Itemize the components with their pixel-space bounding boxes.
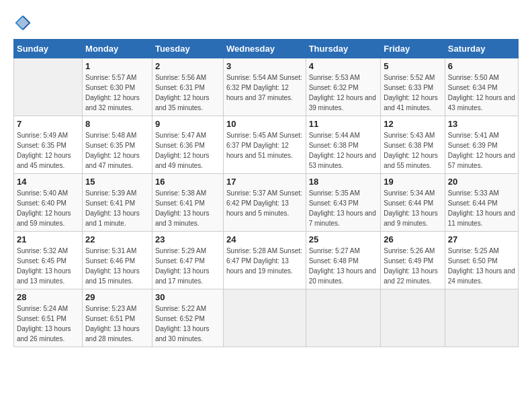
day-number: 22 <box>85 234 149 244</box>
logo-icon <box>13 13 32 32</box>
day-detail: Sunrise: 5:39 AM Sunset: 6:41 PM Dayligh… <box>85 188 149 228</box>
day-cell: 23Sunrise: 5:29 AM Sunset: 6:47 PM Dayli… <box>152 232 223 289</box>
week-row-2: 7Sunrise: 5:49 AM Sunset: 6:35 PM Daylig… <box>14 116 519 174</box>
week-row-4: 21Sunrise: 5:32 AM Sunset: 6:45 PM Dayli… <box>14 232 519 289</box>
calendar-table: SundayMondayTuesdayWednesdayThursdayFrid… <box>13 39 519 347</box>
day-cell: 10Sunrise: 5:45 AM Sunset: 6:37 PM Dayli… <box>223 116 306 174</box>
day-detail: Sunrise: 5:57 AM Sunset: 6:30 PM Dayligh… <box>85 73 149 113</box>
day-number: 17 <box>226 177 303 187</box>
day-cell: 5Sunrise: 5:52 AM Sunset: 6:33 PM Daylig… <box>381 58 445 116</box>
day-cell: 13Sunrise: 5:41 AM Sunset: 6:39 PM Dayli… <box>445 116 518 174</box>
day-detail: Sunrise: 5:31 AM Sunset: 6:46 PM Dayligh… <box>85 246 149 286</box>
calendar-header: SundayMondayTuesdayWednesdayThursdayFrid… <box>14 40 519 58</box>
day-number: 25 <box>309 234 378 244</box>
day-number: 6 <box>448 61 515 71</box>
day-number: 10 <box>226 119 303 129</box>
column-header-wednesday: Wednesday <box>223 40 306 58</box>
day-number: 29 <box>85 292 149 302</box>
day-detail: Sunrise: 5:40 AM Sunset: 6:40 PM Dayligh… <box>17 188 79 228</box>
day-detail: Sunrise: 5:34 AM Sunset: 6:44 PM Dayligh… <box>384 188 442 228</box>
header-row: SundayMondayTuesdayWednesdayThursdayFrid… <box>14 40 519 58</box>
day-number: 23 <box>155 234 220 244</box>
column-header-thursday: Thursday <box>306 40 381 58</box>
day-detail: Sunrise: 5:41 AM Sunset: 6:39 PM Dayligh… <box>448 130 515 171</box>
day-cell: 30Sunrise: 5:22 AM Sunset: 6:52 PM Dayli… <box>152 289 223 347</box>
day-cell: 7Sunrise: 5:49 AM Sunset: 6:35 PM Daylig… <box>14 116 83 174</box>
day-number: 3 <box>226 61 303 71</box>
column-header-sunday: Sunday <box>14 40 83 58</box>
day-detail: Sunrise: 5:50 AM Sunset: 6:34 PM Dayligh… <box>448 73 515 113</box>
column-header-monday: Monday <box>83 40 152 58</box>
day-number: 9 <box>155 119 220 129</box>
day-cell <box>306 289 381 347</box>
day-number: 15 <box>85 177 149 187</box>
logo <box>13 13 35 32</box>
day-detail: Sunrise: 5:54 AM Sunset: 6:32 PM Dayligh… <box>226 73 303 103</box>
day-cell: 26Sunrise: 5:26 AM Sunset: 6:49 PM Dayli… <box>381 232 445 289</box>
day-cell: 12Sunrise: 5:43 AM Sunset: 6:38 PM Dayli… <box>381 116 445 174</box>
day-cell: 27Sunrise: 5:25 AM Sunset: 6:50 PM Dayli… <box>445 232 518 289</box>
day-detail: Sunrise: 5:43 AM Sunset: 6:38 PM Dayligh… <box>384 130 442 171</box>
day-detail: Sunrise: 5:56 AM Sunset: 6:31 PM Dayligh… <box>155 73 220 113</box>
day-detail: Sunrise: 5:33 AM Sunset: 6:44 PM Dayligh… <box>448 188 515 228</box>
day-number: 30 <box>155 292 220 302</box>
day-cell: 24Sunrise: 5:28 AM Sunset: 6:47 PM Dayli… <box>223 232 306 289</box>
day-number: 8 <box>85 119 149 129</box>
day-cell: 3Sunrise: 5:54 AM Sunset: 6:32 PM Daylig… <box>223 58 306 116</box>
day-cell: 28Sunrise: 5:24 AM Sunset: 6:51 PM Dayli… <box>14 289 83 347</box>
day-cell: 20Sunrise: 5:33 AM Sunset: 6:44 PM Dayli… <box>445 174 518 232</box>
day-cell: 8Sunrise: 5:48 AM Sunset: 6:35 PM Daylig… <box>83 116 152 174</box>
day-cell: 9Sunrise: 5:47 AM Sunset: 6:36 PM Daylig… <box>152 116 223 174</box>
day-detail: Sunrise: 5:32 AM Sunset: 6:45 PM Dayligh… <box>17 246 79 286</box>
day-cell: 18Sunrise: 5:35 AM Sunset: 6:43 PM Dayli… <box>306 174 381 232</box>
day-cell: 14Sunrise: 5:40 AM Sunset: 6:40 PM Dayli… <box>14 174 83 232</box>
column-header-saturday: Saturday <box>445 40 518 58</box>
day-number: 28 <box>17 292 79 302</box>
day-detail: Sunrise: 5:45 AM Sunset: 6:37 PM Dayligh… <box>226 130 303 161</box>
day-number: 14 <box>17 177 79 187</box>
day-cell: 17Sunrise: 5:37 AM Sunset: 6:42 PM Dayli… <box>223 174 306 232</box>
day-detail: Sunrise: 5:47 AM Sunset: 6:36 PM Dayligh… <box>155 130 220 171</box>
day-cell: 25Sunrise: 5:27 AM Sunset: 6:48 PM Dayli… <box>306 232 381 289</box>
day-detail: Sunrise: 5:24 AM Sunset: 6:51 PM Dayligh… <box>17 304 79 344</box>
day-detail: Sunrise: 5:53 AM Sunset: 6:32 PM Dayligh… <box>309 73 378 113</box>
day-detail: Sunrise: 5:29 AM Sunset: 6:47 PM Dayligh… <box>155 246 220 286</box>
day-number: 21 <box>17 234 79 244</box>
day-number: 13 <box>448 119 515 129</box>
day-detail: Sunrise: 5:23 AM Sunset: 6:51 PM Dayligh… <box>85 304 149 344</box>
day-cell: 15Sunrise: 5:39 AM Sunset: 6:41 PM Dayli… <box>83 174 152 232</box>
day-number: 26 <box>384 234 442 244</box>
day-number: 12 <box>384 119 442 129</box>
day-cell: 2Sunrise: 5:56 AM Sunset: 6:31 PM Daylig… <box>152 58 223 116</box>
week-row-3: 14Sunrise: 5:40 AM Sunset: 6:40 PM Dayli… <box>14 174 519 232</box>
day-detail: Sunrise: 5:52 AM Sunset: 6:33 PM Dayligh… <box>384 73 442 113</box>
day-number: 19 <box>384 177 442 187</box>
day-cell: 21Sunrise: 5:32 AM Sunset: 6:45 PM Dayli… <box>14 232 83 289</box>
day-number: 16 <box>155 177 220 187</box>
day-cell: 11Sunrise: 5:44 AM Sunset: 6:38 PM Dayli… <box>306 116 381 174</box>
day-number: 27 <box>448 234 515 244</box>
week-row-1: 1Sunrise: 5:57 AM Sunset: 6:30 PM Daylig… <box>14 58 519 116</box>
day-detail: Sunrise: 5:25 AM Sunset: 6:50 PM Dayligh… <box>448 246 515 286</box>
day-detail: Sunrise: 5:38 AM Sunset: 6:41 PM Dayligh… <box>155 188 220 228</box>
day-detail: Sunrise: 5:49 AM Sunset: 6:35 PM Dayligh… <box>17 130 79 171</box>
day-number: 24 <box>226 234 303 244</box>
day-number: 20 <box>448 177 515 187</box>
day-cell <box>381 289 445 347</box>
day-cell: 6Sunrise: 5:50 AM Sunset: 6:34 PM Daylig… <box>445 58 518 116</box>
day-detail: Sunrise: 5:37 AM Sunset: 6:42 PM Dayligh… <box>226 188 303 218</box>
day-detail: Sunrise: 5:26 AM Sunset: 6:49 PM Dayligh… <box>384 246 442 286</box>
day-detail: Sunrise: 5:22 AM Sunset: 6:52 PM Dayligh… <box>155 304 220 344</box>
day-number: 2 <box>155 61 220 71</box>
day-cell: 1Sunrise: 5:57 AM Sunset: 6:30 PM Daylig… <box>83 58 152 116</box>
day-number: 11 <box>309 119 378 129</box>
day-cell: 16Sunrise: 5:38 AM Sunset: 6:41 PM Dayli… <box>152 174 223 232</box>
day-cell: 22Sunrise: 5:31 AM Sunset: 6:46 PM Dayli… <box>83 232 152 289</box>
calendar-body: 1Sunrise: 5:57 AM Sunset: 6:30 PM Daylig… <box>14 58 519 347</box>
column-header-tuesday: Tuesday <box>152 40 223 58</box>
day-detail: Sunrise: 5:48 AM Sunset: 6:35 PM Dayligh… <box>85 130 149 171</box>
day-cell <box>14 58 83 116</box>
day-number: 5 <box>384 61 442 71</box>
week-row-5: 28Sunrise: 5:24 AM Sunset: 6:51 PM Dayli… <box>14 289 519 347</box>
day-number: 7 <box>17 119 79 129</box>
